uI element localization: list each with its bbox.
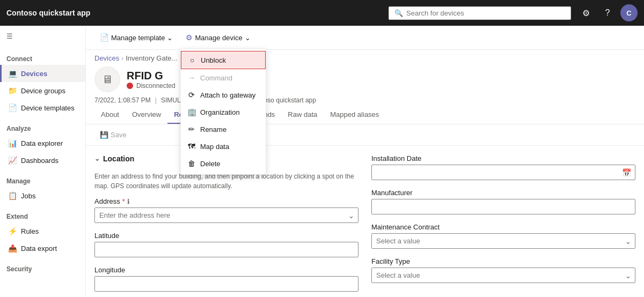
breadcrumb-devices-link[interactable]: Devices (94, 54, 119, 62)
maintenance-contract-group: Maintenance Contract (371, 223, 635, 249)
save-button[interactable]: 💾 Save (94, 129, 132, 141)
longitude-field-group: Longitude (94, 266, 358, 292)
unblock-icon: ○ (188, 56, 196, 64)
delete-label: Delete (200, 160, 221, 168)
latitude-label: Latitude (94, 232, 358, 240)
sidebar-item-devices[interactable]: 💻 Devices (0, 65, 85, 82)
tab-mapped-aliases[interactable]: Mapped aliases (324, 106, 385, 124)
dropdown-item-unblock[interactable]: ○ Unblock (181, 51, 266, 69)
settings-icon[interactable]: ⚙ (577, 4, 595, 21)
location-section-label: Location (103, 154, 134, 163)
analyze-section-label: Analyze (0, 116, 85, 135)
status-dot (127, 83, 133, 89)
facility-type-label: Facility Type (371, 257, 635, 265)
breadcrumb-separator: › (121, 55, 123, 62)
tab-about[interactable]: About (94, 106, 126, 124)
installation-date-wrapper (371, 165, 635, 180)
sidebar-item-label: Device groups (21, 87, 65, 95)
sidebar-item-label: Data explorer (21, 139, 63, 147)
manage-template-button[interactable]: 📄 Manage template ⌄ (94, 30, 178, 45)
required-marker: * (122, 197, 125, 205)
maintenance-select[interactable] (371, 233, 635, 249)
dropdown-item-command: → Command (181, 69, 266, 86)
sidebar-item-label: Rules (21, 227, 39, 235)
form-layout: ⌄ Location Enter an address to find your… (94, 154, 635, 297)
manage-device-icon: ⚙ (186, 33, 193, 42)
facility-select[interactable] (371, 268, 635, 283)
sidebar-item-data-export[interactable]: 📤 Data export (0, 240, 85, 257)
dropdown-item-map-data[interactable]: 🗺 Map data (181, 138, 266, 155)
manage-device-dropdown: ○ Unblock → Command ⟳ Attach to gateway … (180, 48, 266, 175)
dropdown-item-attach-gateway[interactable]: ⟳ Attach to gateway (181, 86, 266, 103)
longitude-input[interactable] (94, 276, 358, 292)
tab-overview[interactable]: Overview (126, 106, 167, 124)
info-icon[interactable]: ℹ (127, 198, 130, 205)
manage-device-label: Manage device (195, 34, 242, 42)
devices-icon: 💻 (8, 69, 17, 78)
rename-icon: ✏ (187, 125, 196, 133)
sidebar-item-jobs[interactable]: 📋 Jobs (0, 187, 85, 204)
sidebar-item-label: Device templates (21, 104, 75, 112)
tab-raw-data[interactable]: Raw data (281, 106, 324, 124)
dropdown-item-organization[interactable]: 🏢 Organization (181, 103, 266, 121)
search-input[interactable] (406, 9, 565, 17)
attach-gateway-icon: ⟳ (187, 91, 196, 99)
save-label: Save (111, 131, 127, 139)
manufacturer-input[interactable] (371, 199, 635, 214)
tabs-bar: About Overview Re... Devices Commands Ra… (86, 106, 644, 124)
sidebar-item-dashboards[interactable]: 📈 Dashboards (0, 152, 85, 169)
installation-date-label: Installation Date (371, 154, 635, 162)
dropdown-item-rename[interactable]: ✏ Rename (181, 121, 266, 138)
longitude-label: Longitude (94, 266, 358, 274)
manufacturer-label: Manufacturer (371, 189, 635, 197)
installation-date-group: Installation Date (371, 154, 635, 180)
sidebar-item-data-explorer[interactable]: 📊 Data explorer (0, 135, 85, 152)
device-date: 7/2022, 1:08:57 PM (94, 96, 151, 104)
left-col: ⌄ Location Enter an address to find your… (94, 154, 358, 297)
avatar[interactable]: C (620, 4, 638, 21)
extend-section-label: Extend (0, 204, 85, 222)
section-chevron-icon: ⌄ (94, 155, 100, 162)
search-box[interactable]: 🔍 (389, 6, 571, 20)
data-explorer-icon: 📊 (8, 139, 17, 147)
map-data-label: Map data (200, 143, 229, 151)
sidebar-item-label: Jobs (21, 192, 35, 200)
jobs-icon: 📋 (8, 191, 17, 200)
app-title: Contoso quickstart app (6, 9, 90, 17)
right-col: Installation Date Manufacturer Maintenan… (371, 154, 635, 297)
latitude-input[interactable] (94, 242, 358, 257)
connect-section-label: Connect (0, 47, 85, 65)
delete-icon: 🗑 (187, 159, 196, 168)
maintenance-select-wrapper (371, 233, 635, 249)
installation-date-input[interactable] (371, 165, 635, 180)
topbar: Contoso quickstart app 🔍 ⚙ ? C (0, 0, 644, 26)
manage-device-button[interactable]: ⚙ Manage device ⌄ (180, 30, 255, 45)
security-section-label: Security (0, 257, 85, 275)
sidebar: ☰ Connect 💻 Devices 📁 Device groups 📄 De… (0, 26, 86, 297)
manage-device-chevron-icon: ⌄ (245, 34, 251, 42)
topbar-icons: ⚙ ? C (577, 4, 638, 21)
sidebar-item-label: Dashboards (21, 157, 58, 165)
device-status: Disconnected (127, 82, 175, 90)
hamburger-menu[interactable]: ☰ (0, 26, 85, 47)
sidebar-item-rules[interactable]: ⚡ Rules (0, 222, 85, 240)
template-icon: 📄 (100, 33, 109, 42)
sidebar-item-label: Data export (21, 244, 57, 253)
unblock-label: Unblock (201, 56, 226, 64)
address-input[interactable] (94, 207, 358, 223)
organization-icon: 🏢 (187, 108, 196, 116)
dropdown-item-delete[interactable]: 🗑 Delete (181, 155, 266, 172)
rules-icon: ⚡ (8, 227, 17, 235)
device-groups-icon: 📁 (8, 86, 17, 95)
sidebar-item-device-templates[interactable]: 📄 Device templates (0, 99, 85, 116)
manage-section-label: Manage (0, 169, 85, 187)
facility-select-wrapper (371, 268, 635, 283)
sidebar-item-device-groups[interactable]: 📁 Device groups (0, 82, 85, 99)
device-info: RFID G Disconnected (127, 70, 175, 90)
breadcrumb: Devices › Inventory Gate... (86, 50, 644, 62)
content-area: 📄 Manage template ⌄ ⚙ Manage device ⌄ De… (86, 26, 644, 297)
help-icon[interactable]: ? (599, 4, 616, 21)
status-label: Disconnected (136, 82, 175, 90)
device-name: RFID G (127, 70, 175, 82)
manage-template-chevron-icon: ⌄ (167, 34, 173, 42)
